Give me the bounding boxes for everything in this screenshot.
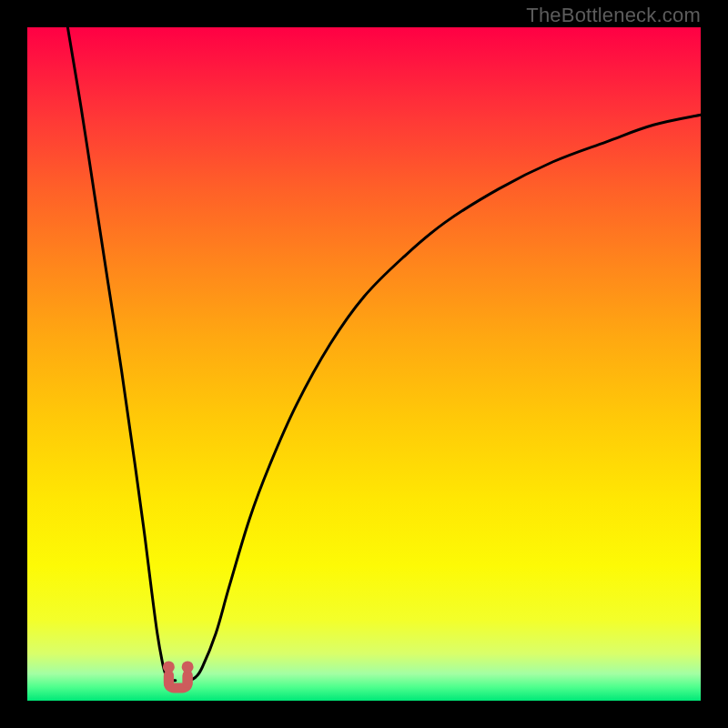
valley-pin-left [163, 661, 175, 688]
marker-group [163, 661, 194, 688]
svg-rect-2 [183, 672, 193, 688]
svg-rect-0 [164, 672, 174, 688]
svg-point-1 [163, 661, 175, 672]
plot-area [27, 27, 701, 701]
chart-svg [27, 27, 701, 701]
series-left-branch [67, 27, 175, 681]
valley-pin-right [182, 661, 194, 688]
series-right-branch [189, 115, 701, 681]
watermark-text: TheBottleneck.com [526, 4, 701, 27]
svg-point-3 [182, 661, 194, 672]
curve-group [67, 27, 701, 681]
chart-frame: TheBottleneck.com [0, 0, 728, 728]
